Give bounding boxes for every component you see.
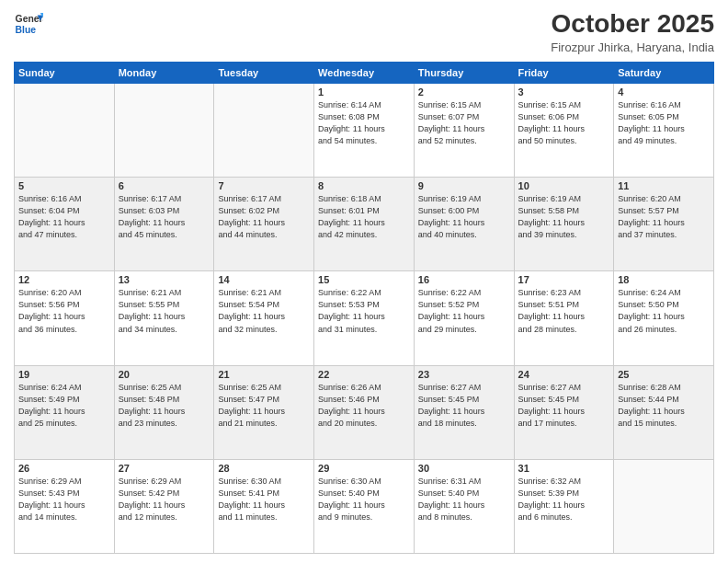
header-row: SundayMondayTuesdayWednesdayThursdayFrid… bbox=[15, 63, 714, 84]
day-header-saturday: Saturday bbox=[614, 63, 714, 84]
calendar-table: SundayMondayTuesdayWednesdayThursdayFrid… bbox=[14, 62, 714, 554]
calendar-cell: 7Sunrise: 6:17 AM Sunset: 6:02 PM Daylig… bbox=[214, 178, 314, 271]
day-number: 14 bbox=[218, 274, 310, 285]
day-number: 11 bbox=[618, 180, 710, 191]
calendar-cell bbox=[15, 84, 115, 178]
day-number: 23 bbox=[418, 369, 510, 380]
calendar-cell: 1Sunrise: 6:14 AM Sunset: 6:08 PM Daylig… bbox=[314, 84, 415, 178]
day-number: 3 bbox=[518, 86, 610, 98]
day-number: 4 bbox=[618, 86, 710, 98]
calendar-cell: 6Sunrise: 6:17 AM Sunset: 6:03 PM Daylig… bbox=[114, 178, 214, 271]
calendar-cell bbox=[614, 459, 714, 553]
calendar-cell: 14Sunrise: 6:21 AM Sunset: 5:54 PM Dayli… bbox=[214, 271, 314, 365]
day-info: Sunrise: 6:22 AM Sunset: 5:52 PM Dayligh… bbox=[418, 287, 510, 335]
calendar-cell bbox=[114, 84, 214, 178]
calendar-cell: 25Sunrise: 6:28 AM Sunset: 5:44 PM Dayli… bbox=[614, 365, 714, 459]
day-number: 25 bbox=[618, 369, 710, 380]
day-info: Sunrise: 6:16 AM Sunset: 6:05 PM Dayligh… bbox=[618, 99, 710, 147]
calendar-cell: 29Sunrise: 6:30 AM Sunset: 5:40 PM Dayli… bbox=[314, 459, 415, 553]
day-info: Sunrise: 6:28 AM Sunset: 5:44 PM Dayligh… bbox=[618, 382, 710, 430]
calendar-cell: 21Sunrise: 6:25 AM Sunset: 5:47 PM Dayli… bbox=[214, 365, 314, 459]
week-row-4: 19Sunrise: 6:24 AM Sunset: 5:49 PM Dayli… bbox=[15, 365, 714, 459]
day-number: 27 bbox=[119, 463, 210, 474]
day-number: 26 bbox=[18, 463, 110, 474]
week-row-1: 1Sunrise: 6:14 AM Sunset: 6:08 PM Daylig… bbox=[15, 84, 714, 178]
day-info: Sunrise: 6:16 AM Sunset: 6:04 PM Dayligh… bbox=[18, 193, 110, 241]
day-header-monday: Monday bbox=[114, 63, 214, 84]
day-number: 22 bbox=[318, 369, 410, 380]
day-info: Sunrise: 6:29 AM Sunset: 5:43 PM Dayligh… bbox=[18, 476, 110, 523]
calendar-cell: 8Sunrise: 6:18 AM Sunset: 6:01 PM Daylig… bbox=[314, 178, 415, 271]
day-info: Sunrise: 6:17 AM Sunset: 6:03 PM Dayligh… bbox=[119, 193, 210, 241]
day-header-wednesday: Wednesday bbox=[314, 63, 415, 84]
day-number: 7 bbox=[218, 180, 310, 191]
day-info: Sunrise: 6:32 AM Sunset: 5:39 PM Dayligh… bbox=[518, 476, 610, 523]
calendar-cell: 20Sunrise: 6:25 AM Sunset: 5:48 PM Dayli… bbox=[114, 365, 214, 459]
day-info: Sunrise: 6:26 AM Sunset: 5:46 PM Dayligh… bbox=[318, 382, 410, 430]
calendar-cell: 28Sunrise: 6:30 AM Sunset: 5:41 PM Dayli… bbox=[214, 459, 314, 553]
day-info: Sunrise: 6:18 AM Sunset: 6:01 PM Dayligh… bbox=[318, 193, 410, 241]
calendar-cell: 19Sunrise: 6:24 AM Sunset: 5:49 PM Dayli… bbox=[15, 365, 115, 459]
day-number: 24 bbox=[518, 369, 610, 380]
day-number: 13 bbox=[119, 274, 210, 285]
week-row-2: 5Sunrise: 6:16 AM Sunset: 6:04 PM Daylig… bbox=[15, 178, 714, 271]
calendar-cell: 12Sunrise: 6:20 AM Sunset: 5:56 PM Dayli… bbox=[15, 271, 115, 365]
svg-text:Blue: Blue bbox=[16, 25, 37, 35]
calendar-cell: 18Sunrise: 6:24 AM Sunset: 5:50 PM Dayli… bbox=[614, 271, 714, 365]
calendar-page: General Blue October 2025 Firozpur Jhirk… bbox=[0, 0, 728, 563]
day-number: 10 bbox=[518, 180, 610, 191]
calendar-cell: 9Sunrise: 6:19 AM Sunset: 6:00 PM Daylig… bbox=[414, 178, 514, 271]
calendar-cell: 24Sunrise: 6:27 AM Sunset: 5:45 PM Dayli… bbox=[514, 365, 614, 459]
day-info: Sunrise: 6:20 AM Sunset: 5:57 PM Dayligh… bbox=[618, 193, 710, 241]
day-info: Sunrise: 6:23 AM Sunset: 5:51 PM Dayligh… bbox=[518, 287, 610, 335]
title-block: October 2025 Firozpur Jhirka, Haryana, I… bbox=[551, 9, 714, 54]
calendar-cell: 16Sunrise: 6:22 AM Sunset: 5:52 PM Dayli… bbox=[414, 271, 514, 365]
day-info: Sunrise: 6:15 AM Sunset: 6:07 PM Dayligh… bbox=[418, 99, 510, 147]
calendar-cell: 3Sunrise: 6:15 AM Sunset: 6:06 PM Daylig… bbox=[514, 84, 614, 178]
day-number: 31 bbox=[518, 463, 610, 474]
day-info: Sunrise: 6:25 AM Sunset: 5:47 PM Dayligh… bbox=[218, 382, 310, 430]
week-row-3: 12Sunrise: 6:20 AM Sunset: 5:56 PM Dayli… bbox=[15, 271, 714, 365]
day-number: 21 bbox=[218, 369, 310, 380]
calendar-cell: 22Sunrise: 6:26 AM Sunset: 5:46 PM Dayli… bbox=[314, 365, 415, 459]
day-number: 15 bbox=[318, 274, 410, 285]
day-info: Sunrise: 6:22 AM Sunset: 5:53 PM Dayligh… bbox=[318, 287, 410, 335]
location: Firozpur Jhirka, Haryana, India bbox=[551, 40, 714, 54]
day-info: Sunrise: 6:30 AM Sunset: 5:40 PM Dayligh… bbox=[318, 476, 410, 523]
calendar-cell: 11Sunrise: 6:20 AM Sunset: 5:57 PM Dayli… bbox=[614, 178, 714, 271]
day-number: 20 bbox=[119, 369, 210, 380]
day-number: 9 bbox=[418, 180, 510, 191]
day-info: Sunrise: 6:19 AM Sunset: 6:00 PM Dayligh… bbox=[418, 193, 510, 241]
day-number: 8 bbox=[318, 180, 410, 191]
logo-icon: General Blue bbox=[14, 9, 43, 39]
day-number: 1 bbox=[318, 86, 410, 98]
calendar-cell: 4Sunrise: 6:16 AM Sunset: 6:05 PM Daylig… bbox=[614, 84, 714, 178]
day-number: 18 bbox=[618, 274, 710, 285]
day-info: Sunrise: 6:17 AM Sunset: 6:02 PM Dayligh… bbox=[218, 193, 310, 241]
day-number: 16 bbox=[418, 274, 510, 285]
calendar-cell: 31Sunrise: 6:32 AM Sunset: 5:39 PM Dayli… bbox=[514, 459, 614, 553]
day-info: Sunrise: 6:20 AM Sunset: 5:56 PM Dayligh… bbox=[18, 287, 110, 335]
day-header-sunday: Sunday bbox=[15, 63, 115, 84]
calendar-cell: 23Sunrise: 6:27 AM Sunset: 5:45 PM Dayli… bbox=[414, 365, 514, 459]
day-info: Sunrise: 6:15 AM Sunset: 6:06 PM Dayligh… bbox=[518, 99, 610, 147]
calendar-cell: 15Sunrise: 6:22 AM Sunset: 5:53 PM Dayli… bbox=[314, 271, 415, 365]
day-number: 12 bbox=[18, 274, 110, 285]
month-title: October 2025 bbox=[551, 9, 714, 39]
week-row-5: 26Sunrise: 6:29 AM Sunset: 5:43 PM Dayli… bbox=[15, 459, 714, 553]
day-number: 17 bbox=[518, 274, 610, 285]
calendar-cell: 27Sunrise: 6:29 AM Sunset: 5:42 PM Dayli… bbox=[114, 459, 214, 553]
calendar-cell: 10Sunrise: 6:19 AM Sunset: 5:58 PM Dayli… bbox=[514, 178, 614, 271]
day-number: 6 bbox=[119, 180, 210, 191]
day-info: Sunrise: 6:24 AM Sunset: 5:50 PM Dayligh… bbox=[618, 287, 710, 335]
calendar-cell: 5Sunrise: 6:16 AM Sunset: 6:04 PM Daylig… bbox=[15, 178, 115, 271]
day-number: 30 bbox=[418, 463, 510, 474]
day-info: Sunrise: 6:14 AM Sunset: 6:08 PM Dayligh… bbox=[318, 99, 410, 147]
day-number: 2 bbox=[418, 86, 510, 98]
calendar-cell bbox=[214, 84, 314, 178]
calendar-cell: 13Sunrise: 6:21 AM Sunset: 5:55 PM Dayli… bbox=[114, 271, 214, 365]
calendar-cell: 26Sunrise: 6:29 AM Sunset: 5:43 PM Dayli… bbox=[15, 459, 115, 553]
calendar-cell: 17Sunrise: 6:23 AM Sunset: 5:51 PM Dayli… bbox=[514, 271, 614, 365]
header: General Blue October 2025 Firozpur Jhirk… bbox=[14, 9, 714, 54]
day-number: 5 bbox=[18, 180, 110, 191]
